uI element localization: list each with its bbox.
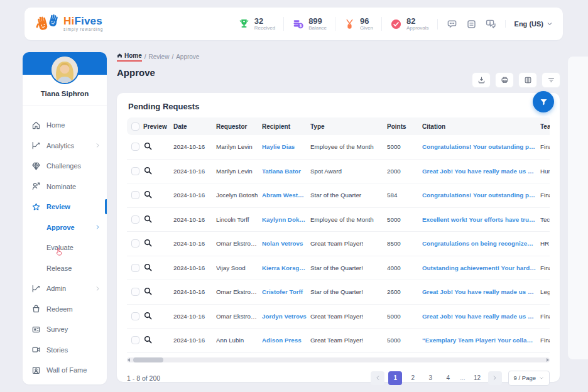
prev-page-button[interactable] — [371, 371, 384, 385]
cell-citation-link[interactable]: Great Job! You have really made us proud… — [422, 168, 540, 175]
sidebar-item-wall-of-fame[interactable]: Wall of Fame — [23, 360, 107, 381]
cell-citation-link[interactable]: Congratulations! Your outstanding perfor… — [422, 192, 540, 199]
admin-icon — [31, 284, 41, 293]
column-header-citation[interactable]: Citation — [422, 123, 540, 130]
preview-search-icon[interactable] — [143, 335, 153, 344]
sidebar-item-release[interactable]: Release — [23, 258, 107, 279]
next-page-button[interactable] — [488, 371, 502, 385]
row-checkbox[interactable] — [131, 239, 139, 248]
scroll-right-arrow-icon[interactable] — [547, 358, 549, 362]
sidebar-item-review[interactable]: Review — [23, 197, 107, 217]
filter-lines-button[interactable] — [542, 72, 560, 88]
chat-icon[interactable] — [447, 19, 457, 30]
cell-recipient-link[interactable]: Jordyn Vetrovs — [262, 313, 310, 320]
row-checkbox[interactable] — [131, 215, 139, 224]
columns-button[interactable] — [518, 72, 537, 88]
pending-requests-card: Pending Requests PreviewDateRequestorRec… — [117, 93, 560, 382]
language-selector[interactable]: Eng (US) — [505, 20, 553, 28]
preview-search-icon[interactable] — [143, 311, 153, 320]
cell-citation-link[interactable]: Congratulations! Your outstanding perfor… — [422, 143, 540, 150]
cell-citation-link[interactable]: Great Job! You have really made us proud… — [422, 313, 540, 320]
sidebar-item-approve[interactable]: Approve — [23, 217, 107, 238]
cell-recipient-link[interactable]: Kaylynn Dokidis — [262, 216, 310, 223]
cell-citation-link[interactable]: "Exemplary Team Player! Your collaborati… — [422, 337, 540, 344]
chevron-right-icon — [95, 224, 101, 230]
scrollbar-thumb[interactable] — [133, 357, 163, 362]
preview-search-icon[interactable] — [143, 141, 153, 151]
cell-team: Technolc — [540, 216, 550, 223]
cell-citation-link[interactable]: Excellent work! Your efforts have truly … — [422, 216, 540, 223]
page-4-button[interactable]: 4 — [441, 371, 455, 385]
sidebar-item-label: Nominate — [46, 183, 101, 190]
cell-recipient-link[interactable]: Cristofer Torff — [262, 288, 310, 295]
sidebar-item-nominate[interactable]: Nominate — [23, 177, 107, 197]
scroll-left-arrow-icon[interactable] — [128, 358, 130, 362]
preview-search-icon[interactable] — [143, 190, 153, 199]
cell-recipient-link[interactable]: Abram Wester... — [262, 192, 310, 199]
preview-search-icon[interactable] — [143, 238, 153, 248]
preview-search-icon[interactable] — [143, 263, 153, 272]
row-checkbox[interactable] — [131, 288, 139, 296]
column-header-type[interactable]: Type — [310, 123, 387, 130]
sidebar-item-analytics[interactable]: Analytics — [23, 136, 107, 156]
breadcrumb-approve[interactable]: Approve — [176, 53, 199, 60]
preview-search-icon[interactable] — [143, 166, 153, 175]
stat-received: 32Received — [230, 17, 283, 31]
row-checkbox[interactable] — [131, 312, 139, 320]
sidebar-item-stories[interactable]: Stories — [23, 340, 107, 361]
avatar[interactable] — [50, 55, 79, 84]
feedback-icon[interactable] — [486, 19, 496, 30]
cell-team: Finance T — [540, 192, 550, 199]
column-header-team[interactable]: Team — [540, 123, 550, 130]
page-12-button[interactable]: 12 — [471, 371, 484, 385]
pagination-ellipsis: ... — [459, 374, 466, 381]
sidebar-item-survey[interactable]: Survey — [23, 319, 107, 340]
horizontal-scrollbar[interactable] — [127, 357, 550, 362]
row-checkbox[interactable] — [131, 167, 139, 175]
column-header-requestor[interactable]: Requestor — [216, 123, 262, 130]
cell-team: Finance T — [540, 264, 550, 271]
hifives-logo[interactable]: HiFives simply rewarding — [35, 14, 103, 34]
sidebar-item-redeem[interactable]: Redeem — [23, 299, 107, 320]
cell-recipient-link[interactable]: Haylie Dias — [262, 143, 310, 150]
page-2-button[interactable]: 2 — [406, 371, 420, 385]
column-header-recipient[interactable]: Recipient — [262, 123, 310, 130]
sidebar-item-challenges[interactable]: Challenges — [23, 156, 107, 177]
cell-recipient-link[interactable]: Kierra Korsgaa... — [262, 264, 310, 271]
select-all-checkbox[interactable] — [131, 122, 139, 131]
trophy-icon — [238, 18, 250, 30]
column-header-points[interactable]: Points — [387, 123, 422, 130]
sidebar-item-admin[interactable]: Admin — [23, 278, 107, 299]
cell-citation-link[interactable]: Congratulations on being recognized as a… — [422, 240, 540, 247]
row-checkbox[interactable] — [131, 143, 139, 151]
row-checkbox[interactable] — [131, 264, 139, 272]
row-checkbox[interactable] — [131, 336, 139, 344]
cell-recipient-link[interactable]: Adison Press — [262, 337, 310, 344]
filter-fab-button[interactable] — [533, 91, 554, 112]
cell-citation-link[interactable]: Outstanding achievement! Your hard wor..… — [422, 264, 540, 271]
column-header-date[interactable]: Date — [173, 123, 216, 130]
breadcrumb-review[interactable]: Review — [149, 53, 170, 60]
chevron-down-icon — [539, 376, 544, 381]
cell-citation-link[interactable]: Great Job! You have really made us proud… — [422, 288, 540, 295]
per-page-select[interactable]: 9 / Page — [508, 371, 550, 386]
cell-recipient-link[interactable]: Tatiana Bator — [262, 168, 310, 175]
sidebar-item-label: Approve — [46, 224, 89, 231]
page-3-button[interactable]: 3 — [423, 371, 437, 385]
sidebar-item-evaluate[interactable]: Evaluate — [23, 237, 107, 258]
pagination: 1234...12 9 / Page — [371, 371, 550, 386]
page-1-button[interactable]: 1 — [388, 371, 402, 385]
download-button[interactable] — [472, 72, 491, 88]
sidebar-item-home[interactable]: Home — [23, 115, 107, 136]
preview-search-icon[interactable] — [143, 214, 153, 224]
cell-requestor: Marilyn Levin — [216, 168, 262, 175]
row-checkbox[interactable] — [131, 191, 139, 199]
print-button[interactable] — [495, 72, 514, 88]
column-header-preview[interactable]: Preview — [143, 123, 173, 130]
preview-search-icon[interactable] — [143, 286, 153, 296]
notes-icon[interactable] — [466, 19, 477, 30]
logo-wordmark: HiFives — [63, 16, 103, 26]
cell-date: 2024-10-16 — [173, 143, 216, 150]
cell-recipient-link[interactable]: Nolan Vetrovs — [262, 240, 310, 247]
breadcrumb-home[interactable]: Home — [117, 52, 142, 62]
